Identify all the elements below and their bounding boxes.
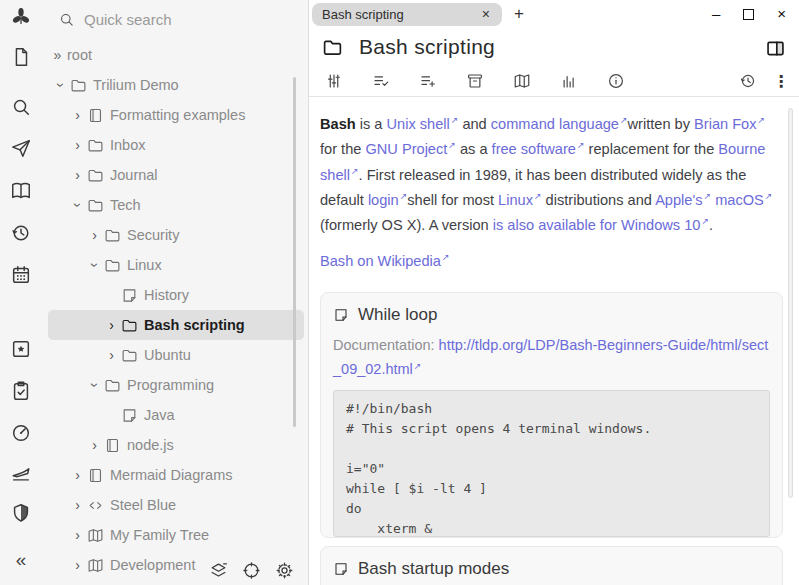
tree-item-journal[interactable]: ›Journal (48, 160, 304, 190)
new-tab-button[interactable]: + (514, 4, 524, 24)
quick-search[interactable]: Quick search (58, 11, 172, 28)
inline-link[interactable]: Linux↗ (498, 192, 541, 208)
similar-notes-icon[interactable] (560, 72, 578, 90)
inline-link[interactable]: command language↗ (491, 116, 628, 132)
inline-link[interactable]: login↗ (368, 192, 407, 208)
card-while-loop-header[interactable]: While loop (333, 303, 770, 327)
chevron-right-icon[interactable]: › (102, 347, 121, 363)
scroll-to-active-note-icon[interactable] (242, 561, 261, 580)
tree-scrollbar[interactable] (293, 77, 296, 427)
tab-close-icon[interactable]: × (480, 6, 492, 22)
note-map-book-icon[interactable] (10, 180, 32, 202)
tree-item-my-family-tree[interactable]: ›My Family Tree (48, 520, 304, 550)
basic-properties-icon[interactable] (325, 72, 343, 90)
chevron-right-icon[interactable]: › (85, 227, 104, 243)
chevron-right-icon[interactable]: › (68, 137, 87, 153)
chevron-down-icon[interactable]: › (53, 76, 69, 95)
card-title: Bash startup modes (358, 559, 509, 579)
tree-item-tech[interactable]: ›Tech (48, 190, 304, 220)
promoted-attributes-icon[interactable] (419, 72, 437, 90)
chevron-right-icon[interactable]: › (68, 107, 87, 123)
inline-link[interactable]: GNU Project↗ (365, 141, 455, 157)
external-link-arrow-icon: ↗ (577, 140, 585, 150)
note-paths-icon[interactable] (466, 72, 484, 90)
content-scrollbar[interactable] (788, 108, 793, 498)
note-icon (121, 287, 138, 304)
tree-item-label: Programming (127, 377, 214, 393)
tree-item-formatting-examples[interactable]: ›Formatting examples (48, 100, 304, 130)
book-icon (87, 107, 104, 124)
folder-icon (87, 197, 104, 214)
folder-icon (87, 167, 104, 184)
chevron-right-icon[interactable]: › (68, 467, 87, 483)
tree-item-mermaid-diagrams[interactable]: ›Mermaid Diagrams (48, 460, 304, 490)
search-icon[interactable] (10, 96, 32, 118)
inline-link[interactable]: Apple's↗ (655, 192, 711, 208)
launcher-bar: « (0, 0, 42, 585)
chevron-down-icon[interactable]: › (70, 196, 86, 215)
tree-item-bash-scripting[interactable]: ›Bash scripting (48, 310, 304, 340)
collapse-pane-icon[interactable]: « (10, 549, 32, 571)
trilium-logo-icon[interactable] (10, 6, 32, 28)
code-block[interactable]: #!/bin/bash # This script opens 4 termin… (333, 390, 770, 537)
tree-settings-gear-icon[interactable] (275, 561, 294, 580)
note-title[interactable]: Bash scripting (359, 35, 495, 59)
text-segment: distributions and (542, 192, 656, 208)
tree-item-linux[interactable]: ›Linux (48, 250, 304, 280)
owned-attributes-icon[interactable] (372, 72, 390, 90)
inline-link[interactable]: free software↗ (492, 141, 585, 157)
tree-item-inbox[interactable]: ›Inbox (48, 130, 304, 160)
tree-item-label: node.js (127, 437, 174, 453)
send-note-icon[interactable] (10, 137, 32, 159)
external-link-arrow-icon: ↗ (701, 216, 709, 226)
tree-item-ubuntu[interactable]: ›Ubuntu (48, 340, 304, 370)
tab-bash-scripting[interactable]: Bash scripting × (312, 3, 502, 26)
tree-item-steel-blue[interactable]: ›Steel Blue (48, 490, 304, 520)
protected-session-icon[interactable] (10, 502, 32, 524)
note-info-icon[interactable] (607, 72, 625, 90)
window-maximize-icon[interactable] (743, 9, 754, 20)
chevron-down-icon[interactable]: › (87, 256, 103, 275)
inline-link[interactable]: is also available for Windows 10↗ (493, 217, 709, 233)
folder-icon (121, 347, 138, 364)
note-revisions-icon[interactable] (739, 72, 757, 90)
root-marker-icon[interactable]: » (48, 47, 67, 63)
tree-item-label: Journal (110, 167, 158, 183)
bookmark-tasks-icon[interactable] (10, 380, 32, 402)
bookmark-dashboard-icon[interactable] (10, 422, 32, 444)
inline-link[interactable]: Unix shell↗ (387, 116, 459, 132)
recent-changes-icon[interactable] (10, 222, 32, 244)
inline-link[interactable]: Brian Fox↗ (694, 116, 765, 132)
chevron-right-icon[interactable]: › (102, 317, 121, 333)
card-bash-startup-header[interactable]: Bash startup modes (333, 557, 770, 581)
bookmark-travel-icon[interactable] (10, 462, 32, 484)
external-link-arrow-icon: ↗ (765, 191, 773, 201)
chevron-right-icon[interactable]: › (68, 527, 87, 543)
chevron-down-icon[interactable]: › (87, 376, 103, 395)
new-note-icon[interactable] (10, 46, 32, 68)
text-segment: replacement for the (585, 141, 719, 157)
tree-item-root[interactable]: »root (48, 40, 304, 70)
external-link-arrow-icon: ↗ (351, 166, 359, 176)
note-map-icon[interactable] (513, 72, 531, 90)
bash-wikipedia-link[interactable]: Bash on Wikipedia↗ (320, 253, 449, 269)
inline-link[interactable]: macOS↗ (715, 192, 772, 208)
window-close-icon[interactable]: × (777, 7, 786, 21)
chevron-right-icon[interactable]: › (68, 557, 87, 573)
tree-item-trilium-demo[interactable]: ›Trilium Demo (48, 70, 304, 100)
bookmark-calendar-icon[interactable] (10, 338, 32, 360)
text-segment: and (458, 116, 490, 132)
tree-item-node-js[interactable]: ›node.js (48, 430, 304, 460)
window-minimize-icon[interactable]: – (712, 7, 720, 21)
more-menu-icon[interactable]: ⋮ (773, 72, 789, 91)
toggle-right-pane-icon[interactable] (765, 38, 786, 59)
tree-item-programming[interactable]: ›Programming (48, 370, 304, 400)
tree-item-java[interactable]: Java (48, 400, 304, 430)
chevron-right-icon[interactable]: › (85, 437, 104, 453)
chevron-right-icon[interactable]: › (68, 497, 87, 513)
tree-item-security[interactable]: ›Security (48, 220, 304, 250)
chevron-right-icon[interactable]: › (68, 167, 87, 183)
tree-item-history[interactable]: History (48, 280, 304, 310)
collapse-tree-icon[interactable] (209, 561, 228, 580)
calendar-icon[interactable] (10, 264, 32, 286)
